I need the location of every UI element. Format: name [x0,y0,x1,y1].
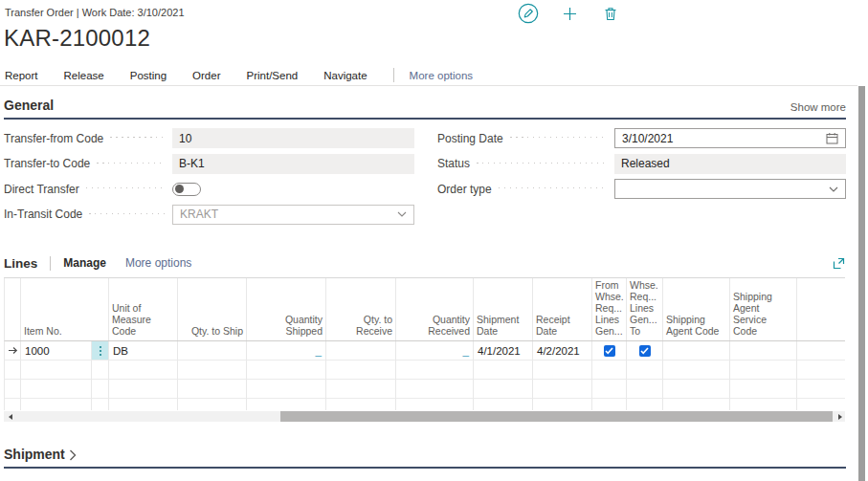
dotted-leader [89,213,165,214]
lines-heading: Lines [4,256,37,271]
toggle-knob [175,185,184,193]
field-in-transit-code: In-Transit Code KRAKT [4,205,414,225]
cell-receipt-date[interactable]: 4/2/2021 [533,341,592,361]
col-header-quantity-received[interactable]: Quantity Received [396,278,474,340]
col-header-quantity-shipped[interactable]: Quantity Shipped [247,278,326,340]
scroll-left-arrow-icon[interactable] [9,414,12,420]
col-header-shipping-agent-service[interactable]: Shipping Agent Service Code [730,278,797,340]
page-vertical-scrollbar[interactable] [858,86,865,481]
in-transit-code-field[interactable]: KRAKT [172,205,414,225]
general-right-column: Posting Date 3/10/2021 Status R [437,128,846,205]
shipment-heading: Shipment [4,447,65,462]
lines-manage-menu[interactable]: Manage [63,256,106,270]
edit-button[interactable] [518,3,539,24]
calendar-icon[interactable] [826,132,838,144]
horizontal-scrollbar-thumb[interactable] [280,411,833,422]
field-status: Status Released [437,154,846,174]
col-header-to-whse-req[interactable]: To Whse. Req... Lines Gen... To [627,278,663,340]
to-whse-checkbox[interactable] [639,345,651,357]
from-whse-checkbox[interactable] [604,345,615,357]
field-label: In-Transit Code [4,208,82,221]
col-header-qty-to-ship[interactable]: Qty. to Ship [178,278,247,340]
menu-item-order[interactable]: Order [192,70,220,81]
field-order-type: Order type [437,179,846,199]
pencil-icon [518,3,539,24]
col-header-item-no[interactable]: Item No. [21,278,109,340]
scroll-right-arrow-icon[interactable] [838,414,842,420]
table-horizontal-scrollbar[interactable] [4,411,845,422]
posting-date-field[interactable]: 3/10/2021 [614,128,846,148]
general-heading: General [4,98,54,113]
dotted-leader [510,137,607,138]
cell-quantity-shipped[interactable]: _ [247,341,326,361]
direct-transfer-control [172,179,414,199]
delete-button[interactable] [600,3,621,24]
page-title: KAR-2100012 [4,25,150,52]
cell-to-whse-req [627,341,663,361]
menu-item-navigate[interactable]: Navigate [323,70,367,81]
cell-unit-of-measure[interactable]: DB [109,341,178,361]
cell-ellipsis-button[interactable] [92,341,109,361]
direct-transfer-toggle[interactable] [172,183,201,196]
menu-item-release[interactable]: Release [64,70,104,81]
field-label: Transfer-from Code [4,132,103,145]
lines-table: Item No. Unit of Measure Code Qty. to Sh… [4,277,845,410]
chevron-down-icon [829,186,838,192]
field-label: Order type [437,183,492,196]
cell-qty-to-ship[interactable] [178,341,247,361]
chevron-down-icon [397,211,407,217]
menu-item-posting[interactable]: Posting [130,70,167,81]
col-header-indicator [5,278,21,340]
dotted-leader [97,163,165,164]
col-header-trailing [797,278,845,340]
lines-table-header: Item No. Unit of Measure Code Qty. to Sh… [4,278,845,341]
col-header-shipment-date[interactable]: Shipment Date [474,278,533,340]
cell-item-no[interactable]: 1000 [21,341,92,361]
field-transfer-from-code: Transfer-from Code 10 [4,128,414,148]
field-label: Transfer-to Code [4,157,90,170]
cell-shipment-date[interactable]: 4/1/2021 [474,341,533,361]
show-more-link[interactable]: Show more [790,101,846,113]
field-transfer-to-code: Transfer-to Code B-K1 [4,154,414,174]
trash-icon [604,7,617,21]
shipment-section-header[interactable]: Shipment [4,447,846,469]
field-label: Direct Transfer [4,183,79,196]
focus-mode-button[interactable] [831,255,846,271]
col-header-receipt-date[interactable]: Receipt Date [533,278,592,340]
status-field: Released [614,154,846,174]
col-header-unit-of-measure[interactable]: Unit of Measure Code [109,278,178,340]
breadcrumb: Transfer Order | Work Date: 3/10/2021 [5,7,185,18]
menu-item-report[interactable]: Report [5,70,38,81]
lines-more-options[interactable]: More options [125,256,191,270]
table-row-empty[interactable] [4,399,845,410]
field-label: Status [437,157,470,170]
table-row-empty[interactable] [4,380,845,399]
chevron-right-icon [69,449,77,461]
col-header-qty-to-receive[interactable]: Qty. to Receive [326,278,396,340]
table-row: 1000 DB _ _ 4/1/2021 4/2/2021 [4,341,845,361]
field-posting-date: Posting Date 3/10/2021 [437,128,846,148]
cell-from-whse-req [592,341,627,361]
menu-underline [0,85,857,86]
col-header-shipping-agent-code[interactable]: Shipping Agent Code [663,278,730,340]
cell-shipping-agent-code[interactable] [663,341,730,361]
lines-section-header: Lines Manage More options [4,255,846,271]
menu-item-print-send[interactable]: Print/Send [247,70,299,81]
field-label: Posting Date [437,132,503,145]
order-type-field[interactable] [614,179,846,199]
cell-shipping-agent-service[interactable] [730,341,797,361]
menu-divider [393,68,394,82]
cell-quantity-received[interactable]: _ [396,341,474,361]
menu-more-options[interactable]: More options [410,70,473,81]
vertical-ellipsis-icon [100,346,101,356]
col-header-from-whse-req[interactable]: From Whse. Req... Lines Gen... [592,278,627,340]
table-row-empty[interactable] [4,361,845,380]
page-action-icons [518,3,621,24]
transfer-from-code-field: 10 [172,128,414,148]
general-section-header: General Show more [4,98,846,120]
cell-qty-to-receive[interactable] [326,341,396,361]
dotted-leader [110,137,165,138]
action-menu: Report Release Posting Order Print/Send … [5,68,473,82]
current-row-arrow-icon [8,346,18,355]
new-button[interactable] [559,3,580,24]
